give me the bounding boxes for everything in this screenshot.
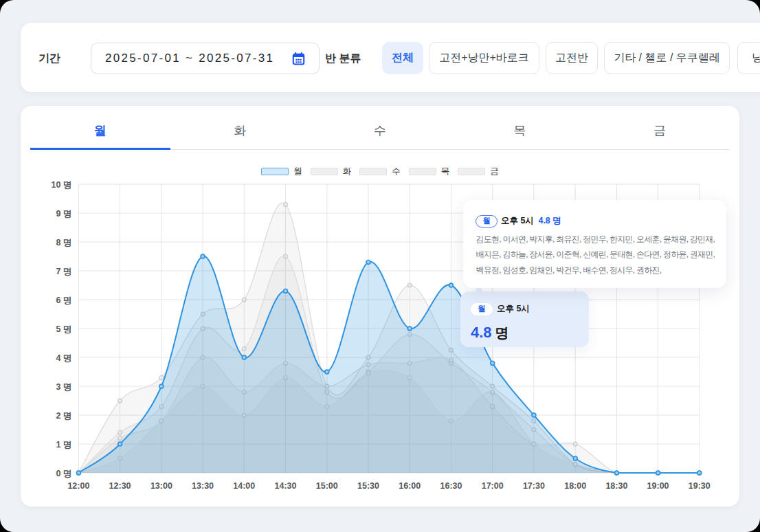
svg-text:5 명: 5 명 bbox=[56, 324, 71, 334]
svg-text:16:00: 16:00 bbox=[399, 481, 421, 491]
svg-text:10 명: 10 명 bbox=[52, 180, 72, 190]
svg-text:4 명: 4 명 bbox=[56, 353, 71, 363]
svg-text:7 명: 7 명 bbox=[56, 267, 71, 276]
svg-text:1 명: 1 명 bbox=[56, 440, 71, 450]
svg-text:13:00: 13:00 bbox=[150, 481, 172, 491]
svg-text:17:00: 17:00 bbox=[482, 481, 504, 491]
svg-text:3 명: 3 명 bbox=[56, 382, 71, 392]
svg-text:6 명: 6 명 bbox=[56, 296, 71, 305]
svg-text:15:00: 15:00 bbox=[316, 481, 338, 491]
svg-text:9 명: 9 명 bbox=[56, 209, 71, 219]
svg-text:12:30: 12:30 bbox=[109, 481, 131, 491]
svg-text:8 명: 8 명 bbox=[56, 238, 71, 247]
svg-text:15:30: 15:30 bbox=[357, 481, 379, 491]
svg-text:14:30: 14:30 bbox=[275, 481, 297, 491]
svg-text:16:30: 16:30 bbox=[440, 481, 462, 491]
svg-text:17:30: 17:30 bbox=[523, 481, 545, 491]
svg-text:14:00: 14:00 bbox=[233, 481, 255, 491]
svg-text:13:30: 13:30 bbox=[192, 481, 214, 491]
svg-text:12:00: 12:00 bbox=[67, 481, 89, 491]
svg-text:0 명: 0 명 bbox=[56, 469, 71, 478]
svg-text:19:30: 19:30 bbox=[689, 481, 711, 491]
svg-text:18:00: 18:00 bbox=[564, 481, 586, 491]
svg-text:2 명: 2 명 bbox=[56, 411, 71, 421]
svg-text:18:30: 18:30 bbox=[605, 481, 627, 491]
svg-text:19:00: 19:00 bbox=[647, 481, 669, 491]
